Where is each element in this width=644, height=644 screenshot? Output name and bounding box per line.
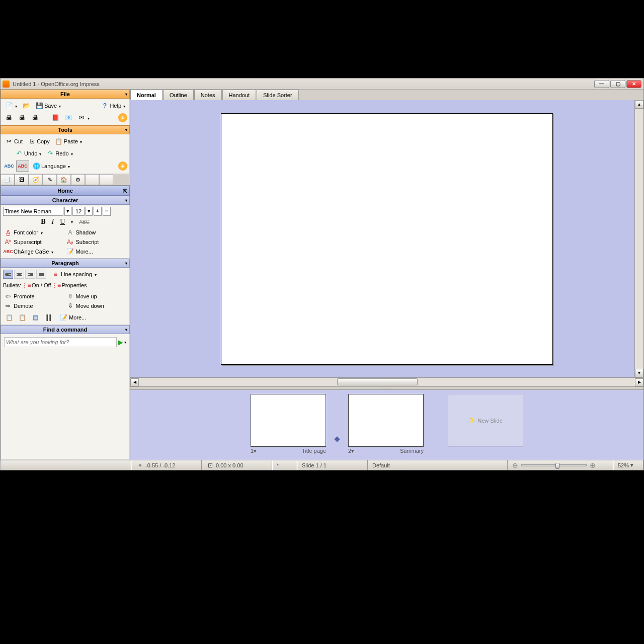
tab-normal[interactable]: Normal — [130, 90, 163, 100]
find-go-button[interactable]: ▶ — [118, 338, 123, 346]
hscroll-thumb[interactable] — [337, 378, 418, 385]
tab-blank2[interactable] — [99, 174, 113, 185]
character-header[interactable]: Character▾ — [1, 196, 130, 205]
vertical-scrollbar[interactable]: ▲ ▼ — [634, 100, 643, 377]
spellcheck-button[interactable]: ABC — [3, 161, 15, 171]
font-size-dropdown[interactable]: ▾ — [86, 207, 93, 216]
zoom-in-button[interactable]: ⊕ — [590, 461, 596, 469]
print-button[interactable]: 🖶 — [3, 113, 15, 123]
thumb-2[interactable]: 2▾Summary — [348, 394, 424, 454]
canvas[interactable]: ▲ ▼ — [130, 100, 643, 377]
print-preview-button[interactable]: 🖶 — [16, 113, 28, 123]
tab-slidesorter[interactable]: Slide Sorter — [257, 90, 298, 100]
paragraph-more-button[interactable]: 📝More... — [59, 313, 86, 322]
font-size-decrease[interactable]: − — [103, 207, 111, 216]
minimize-button[interactable]: — — [594, 80, 609, 88]
scroll-down-arrow[interactable]: ▼ — [635, 369, 643, 377]
font-color-button[interactable]: A̲Font color — [4, 228, 64, 237]
para-tool2[interactable]: 📋 — [16, 312, 28, 323]
align-center-button[interactable] — [14, 270, 24, 279]
maximize-button[interactable]: ▢ — [610, 80, 625, 88]
para-tool4[interactable]: ǁǁ — [42, 312, 54, 323]
home-header[interactable]: Home⇱ — [1, 186, 130, 196]
slide-canvas[interactable] — [221, 113, 553, 365]
moveup-button[interactable]: ⇧Move up — [66, 292, 127, 301]
tab-blank1[interactable] — [85, 174, 99, 185]
redo-button[interactable]: ↷Redo — [44, 148, 74, 158]
cut-button[interactable]: ✂Cut — [3, 136, 25, 146]
find-header[interactable]: Find a command▾ — [1, 325, 130, 334]
thumb-1[interactable]: 1▾Title page — [251, 394, 326, 454]
underline-dropdown[interactable]: ▾ — [71, 220, 73, 224]
tab-home-icon[interactable]: 🏠 — [57, 174, 71, 185]
tab-slide-icon[interactable]: 📑 — [1, 174, 15, 185]
file-section-header[interactable]: File▾ — [1, 90, 130, 99]
tab-outline[interactable]: Outline — [163, 90, 194, 100]
help-button[interactable]: ?Help — [99, 101, 127, 111]
movedown-button[interactable]: ⇩Move down — [66, 301, 127, 310]
open-button[interactable]: 📂 — [20, 101, 32, 111]
paste-button[interactable]: 📋Paste — [53, 136, 84, 146]
thumb-2-num[interactable]: 2▾ — [348, 448, 354, 454]
zoom-slider[interactable] — [521, 464, 587, 466]
mail-button[interactable]: 📧 — [62, 113, 74, 123]
export-pdf-button[interactable]: 📕 — [49, 113, 61, 123]
tab-navigator-icon[interactable]: 🧭 — [29, 174, 43, 185]
para-tool1[interactable]: 📋 — [3, 312, 15, 323]
zoom-knob[interactable] — [555, 463, 559, 469]
save-button[interactable]: 💾Save — [33, 101, 63, 111]
align-left-button[interactable] — [3, 270, 13, 279]
zoom-out-button[interactable]: ⊖ — [512, 461, 518, 469]
align-right-button[interactable] — [25, 270, 35, 279]
character-more-button[interactable]: 📝More... — [66, 247, 127, 256]
paragraph-header[interactable]: Paragraph▾ — [1, 259, 130, 268]
new-slide-button[interactable]: ✨New Slide — [448, 394, 523, 447]
para-tool3[interactable]: ▤ — [29, 312, 41, 323]
underline-button[interactable]: U — [60, 218, 65, 226]
slide-style[interactable]: Default — [372, 462, 390, 468]
new-doc-button[interactable]: 📄 — [3, 101, 19, 111]
tools-section-header[interactable]: Tools▾ — [1, 125, 130, 134]
font-name-input[interactable] — [3, 207, 63, 216]
thumb-1-preview[interactable] — [251, 394, 326, 447]
mail-dropdown-button[interactable]: ✉ — [75, 113, 92, 123]
bullets-onoff-button[interactable]: ⋮≡On / Off — [22, 281, 51, 290]
zoom-percent[interactable]: 52% — [618, 462, 629, 468]
bullets-properties-button[interactable]: ⋮≡Properties — [52, 281, 87, 290]
strikethrough-button[interactable]: ABC — [79, 219, 90, 225]
close-button[interactable]: ✕ — [626, 80, 641, 88]
superscript-button[interactable]: AᵇSuperscript — [4, 237, 64, 247]
copy-button[interactable]: ⎘Copy — [26, 136, 52, 146]
bold-button[interactable]: B — [41, 218, 45, 226]
tab-notes[interactable]: Notes — [194, 90, 222, 100]
scroll-left-arrow[interactable]: ◀ — [130, 378, 139, 386]
demote-button[interactable]: ⇨Demote — [4, 301, 64, 310]
font-size-input[interactable] — [72, 207, 85, 216]
undo-button[interactable]: ↶Undo — [13, 148, 43, 158]
language-button[interactable]: 🌐Language — [30, 161, 72, 171]
align-justify-button[interactable] — [36, 270, 46, 279]
tab-settings-icon[interactable]: ⚙ — [71, 174, 85, 185]
tab-handout[interactable]: Handout — [222, 90, 257, 100]
change-case-button[interactable]: ABCChAnge CaSe — [4, 247, 64, 256]
font-name-dropdown[interactable]: ▾ — [64, 207, 71, 216]
slide-counter[interactable]: Slide 1 / 1 — [302, 462, 327, 468]
font-size-increase[interactable]: + — [94, 207, 102, 216]
tools-add-button[interactable]: + — [118, 162, 127, 171]
tab-draw-icon[interactable]: ✎ — [43, 174, 57, 185]
line-spacing-button[interactable]: ≡Line spacing — [51, 270, 97, 279]
italic-button[interactable]: I — [51, 218, 54, 226]
scroll-up-arrow[interactable]: ▲ — [635, 100, 643, 109]
subscript-button[interactable]: AᵦSubscript — [66, 237, 127, 247]
print-direct-button[interactable]: 🖶 — [29, 113, 41, 123]
shadow-button[interactable]: AShadow — [66, 228, 127, 237]
thumb-1-num[interactable]: 1▾ — [251, 448, 257, 454]
add-button[interactable]: + — [118, 113, 127, 122]
scroll-right-arrow[interactable]: ▶ — [635, 378, 643, 386]
promote-button[interactable]: ⇦Promote — [4, 292, 64, 301]
find-input[interactable] — [4, 337, 117, 347]
find-dropdown[interactable]: ▾ — [124, 340, 126, 345]
horizontal-scrollbar[interactable]: ◀ ▶ — [130, 377, 643, 386]
tab-gallery-icon[interactable]: 🖼 — [15, 174, 29, 185]
thumb-2-preview[interactable] — [348, 394, 424, 447]
